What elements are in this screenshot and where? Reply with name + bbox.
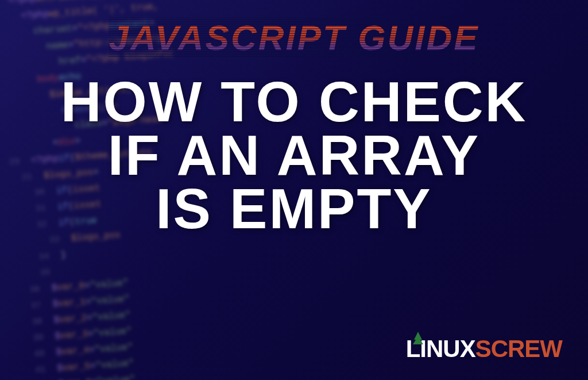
- logo: LINUX SCREW: [406, 335, 562, 363]
- tree-icon: [414, 332, 422, 340]
- subtitle-container: JAVASCRIPT GUIDE: [109, 17, 479, 58]
- title-line-3: IS EMPTY: [61, 182, 528, 236]
- title-line-1: HOW TO CHECK: [61, 75, 528, 129]
- title-line-2: IF AN ARRAY: [61, 129, 528, 182]
- content-layer: JAVASCRIPT GUIDE HOW TO CHECK IF AN ARRA…: [0, 0, 588, 380]
- subtitle-text: JAVASCRIPT GUIDE: [109, 18, 479, 57]
- logo-part-2: SCREW: [475, 335, 562, 363]
- main-title: HOW TO CHECK IF AN ARRAY IS EMPTY: [61, 75, 528, 236]
- logo-part-1: LINUX: [406, 335, 475, 363]
